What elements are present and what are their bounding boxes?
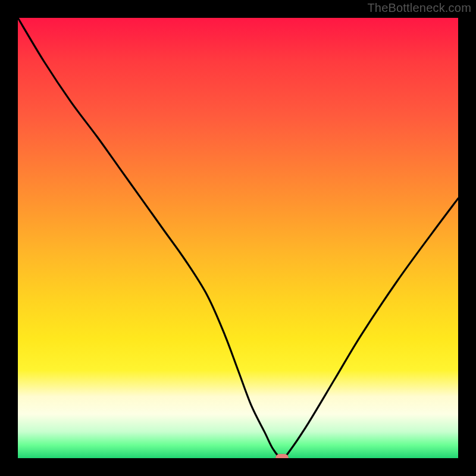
chart-frame: TheBottleneck.com bbox=[0, 0, 476, 476]
optimal-point-marker bbox=[275, 454, 289, 458]
watermark-text: TheBottleneck.com bbox=[367, 1, 471, 15]
plot-area bbox=[18, 18, 458, 458]
bottleneck-curve-path bbox=[18, 18, 458, 458]
bottleneck-curve bbox=[18, 18, 458, 458]
